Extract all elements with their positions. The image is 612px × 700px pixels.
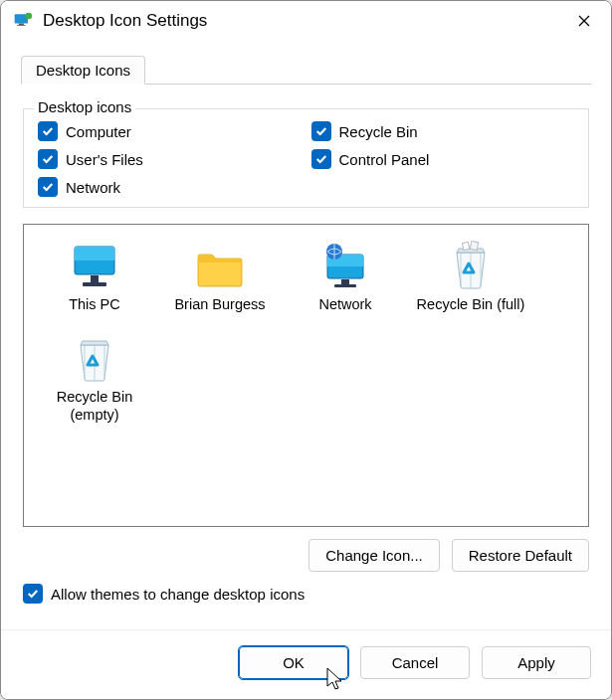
icon-label: Recycle Bin (full) bbox=[408, 296, 533, 313]
svg-rect-5 bbox=[75, 247, 114, 261]
ok-button[interactable]: OK bbox=[239, 646, 348, 679]
svg-rect-6 bbox=[91, 275, 99, 282]
icon-label: This PC bbox=[32, 296, 157, 313]
checkbox-label: User's Files bbox=[66, 151, 143, 168]
tabstrip: Desktop Icons bbox=[21, 55, 591, 85]
restore-default-button[interactable]: Restore Default bbox=[452, 539, 589, 572]
cancel-button[interactable]: Cancel bbox=[360, 646, 470, 679]
checkmark-icon bbox=[311, 121, 331, 141]
checkbox-control-panel[interactable]: Control Panel bbox=[311, 149, 575, 169]
icon-label: Network bbox=[283, 296, 408, 313]
icon-item-network[interactable]: Network bbox=[283, 239, 408, 313]
icon-label: Recycle Bin (empty) bbox=[32, 389, 157, 424]
app-icon bbox=[13, 11, 33, 31]
dialog-window: Desktop Icon Settings Desktop Icons Desk… bbox=[0, 0, 612, 700]
network-icon bbox=[283, 239, 408, 290]
folder-icon bbox=[157, 239, 283, 290]
svg-rect-13 bbox=[462, 242, 469, 250]
window-title: Desktop Icon Settings bbox=[43, 11, 561, 31]
checkmark-icon bbox=[38, 149, 58, 169]
icon-item-recycle-empty[interactable]: Recycle Bin (empty) bbox=[32, 331, 157, 424]
apply-button[interactable]: Apply bbox=[482, 646, 591, 679]
checkbox-label: Computer bbox=[66, 123, 131, 140]
svg-rect-14 bbox=[470, 242, 478, 251]
recycle-empty-icon bbox=[32, 331, 157, 383]
titlebar: Desktop Icon Settings bbox=[1, 1, 611, 41]
checkbox-computer[interactable]: Computer bbox=[38, 121, 302, 141]
checkbox-users-files[interactable]: User's Files bbox=[38, 149, 302, 169]
pc-icon bbox=[32, 239, 157, 290]
group-legend: Desktop icons bbox=[34, 98, 135, 115]
svg-rect-10 bbox=[341, 279, 349, 284]
tab-body: Desktop icons Computer Recycle Bin User'… bbox=[21, 85, 591, 612]
desktop-icons-group: Desktop icons Computer Recycle Bin User'… bbox=[23, 108, 589, 208]
content-area: Desktop Icons Desktop icons Computer Rec… bbox=[1, 41, 611, 629]
checkbox-label: Control Panel bbox=[339, 151, 430, 168]
change-icon-button[interactable]: Change Icon... bbox=[308, 539, 440, 572]
svg-rect-1 bbox=[19, 24, 24, 26]
checkbox-network[interactable]: Network bbox=[38, 177, 302, 197]
checkmark-icon bbox=[23, 584, 43, 604]
close-button[interactable] bbox=[561, 5, 607, 37]
svg-point-3 bbox=[26, 13, 33, 20]
checkmark-icon bbox=[38, 177, 58, 197]
allow-themes-label: Allow themes to change desktop icons bbox=[51, 586, 305, 603]
svg-rect-7 bbox=[83, 282, 106, 286]
checkbox-label: Network bbox=[66, 179, 120, 196]
checkmark-icon bbox=[38, 121, 58, 141]
icon-item-user-folder[interactable]: Brian Burgess bbox=[157, 239, 283, 313]
icon-preview-list: This PC Brian Burgess bbox=[23, 224, 589, 527]
allow-themes-checkbox[interactable]: Allow themes to change desktop icons bbox=[23, 584, 589, 604]
recycle-full-icon bbox=[408, 239, 533, 290]
tab-desktop-icons[interactable]: Desktop Icons bbox=[21, 56, 145, 85]
dialog-footer: OK Cancel Apply bbox=[1, 629, 611, 699]
svg-rect-2 bbox=[17, 25, 25, 26]
checkbox-recycle-bin[interactable]: Recycle Bin bbox=[311, 121, 575, 141]
checkbox-label: Recycle Bin bbox=[339, 123, 418, 140]
icon-label: Brian Burgess bbox=[157, 296, 283, 313]
icon-buttons-row: Change Icon... Restore Default bbox=[23, 539, 589, 572]
checkmark-icon bbox=[311, 149, 331, 169]
checkbox-grid: Computer Recycle Bin User's Files Contro… bbox=[38, 121, 574, 197]
svg-rect-11 bbox=[334, 284, 356, 287]
icon-item-recycle-full[interactable]: Recycle Bin (full) bbox=[408, 239, 533, 313]
icon-item-this-pc[interactable]: This PC bbox=[32, 239, 157, 313]
